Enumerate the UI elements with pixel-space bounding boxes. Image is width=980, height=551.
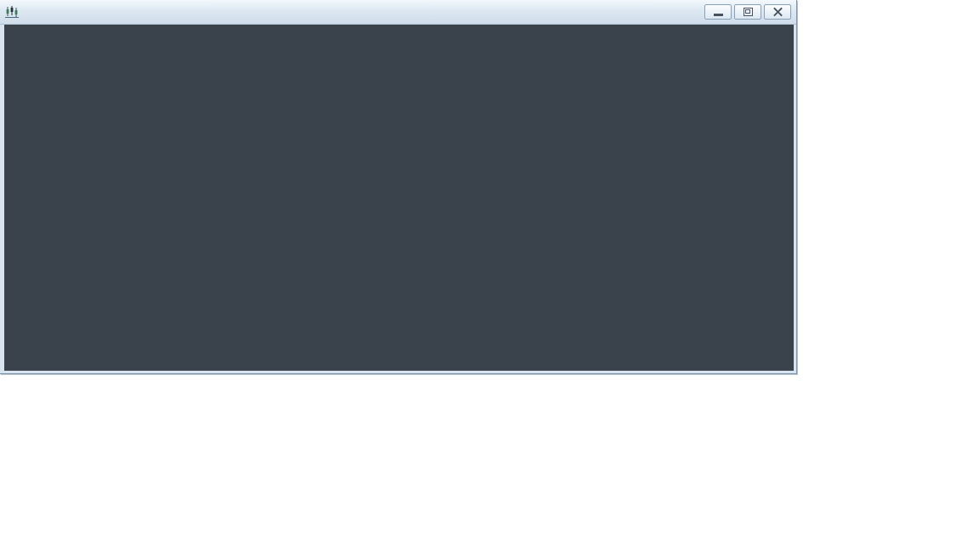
desktop — [0, 0, 980, 551]
minimize-icon — [714, 14, 723, 16]
chart-window — [0, 0, 797, 374]
chart-canvas[interactable] — [4, 25, 794, 371]
title-bar — [0, 0, 796, 25]
maximize-button[interactable] — [734, 4, 761, 20]
candlestick-chart-icon — [3, 4, 20, 20]
window-controls — [704, 4, 791, 20]
close-icon — [773, 8, 783, 16]
chart-client-area — [4, 25, 794, 371]
close-button[interactable] — [764, 4, 791, 20]
maximize-icon — [744, 8, 753, 16]
minimize-button[interactable] — [704, 4, 732, 20]
